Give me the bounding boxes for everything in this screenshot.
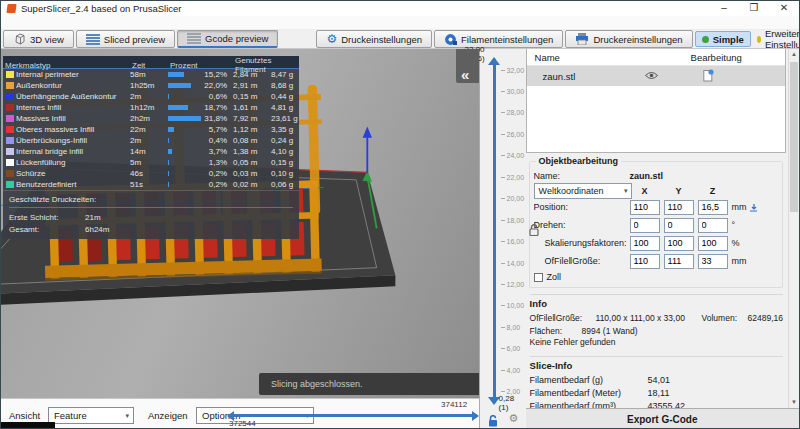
feature-label: Überhängende Außenkontur	[16, 92, 130, 101]
ruler-tick: 6,00	[501, 345, 525, 353]
view-select[interactable]: Feature ▾	[48, 407, 134, 424]
tab-sliced-preview[interactable]: Sliced preview	[76, 30, 175, 48]
slice-info-label: Filamentbedarf (g)	[530, 375, 648, 385]
slice-info-row: Filamentbedarf (Meter) 18,11	[530, 386, 783, 399]
size-z-field[interactable]	[698, 254, 728, 269]
legend-header: Merkmalstyp Zeit Prozent Genutztes Filam…	[3, 56, 299, 69]
tab-filament-settings[interactable]: Filamenteinstellungen	[434, 30, 563, 48]
scroll-down-icon[interactable]: ▼	[789, 397, 799, 408]
ruler-tick: 10,00	[501, 302, 525, 310]
scale-z-field[interactable]	[698, 236, 728, 251]
collapse-panel-button[interactable]: » «	[456, 49, 479, 83]
menubar	[1, 16, 799, 30]
drop-to-bed-icon[interactable]	[749, 203, 758, 212]
menu-item[interactable]	[97, 16, 113, 30]
tab-gcode-preview[interactable]: Gcode preview	[177, 30, 278, 48]
position-x-field[interactable]	[630, 200, 660, 215]
ruler-tick: 16,00	[501, 238, 525, 246]
menu-item[interactable]	[113, 16, 129, 30]
unit-label: mm	[732, 256, 758, 266]
scale-label: Skalierungsfaktoren:	[534, 238, 626, 248]
object-list-row[interactable]: zaun.stl	[527, 66, 785, 86]
notification-bar: Slicing abgeschlossen. ✕	[259, 373, 479, 395]
menu-item[interactable]	[65, 16, 81, 30]
tab-3d-view[interactable]: 3D view	[3, 30, 74, 48]
tab-printer-settings[interactable]: Druckereinstellungen	[565, 30, 692, 48]
feature-bar	[168, 115, 201, 122]
close-button[interactable]: ✕	[769, 1, 799, 16]
maximize-button[interactable]: ❒	[739, 1, 769, 16]
menu-item[interactable]	[1, 16, 17, 30]
position-y-field[interactable]	[664, 200, 694, 215]
info-size-label: OfFile‖Größe:	[530, 313, 596, 323]
rotate-y-field[interactable]	[664, 218, 694, 233]
tick-label: 28,00	[507, 109, 525, 116]
feature-color-swatch	[6, 181, 14, 188]
tab-label: 3D view	[30, 34, 64, 45]
view-label: Ansicht	[9, 410, 40, 421]
feature-time: 14m	[130, 147, 168, 156]
mode-simple-button[interactable]: Simple	[695, 31, 751, 47]
lock-icon[interactable]	[488, 415, 498, 429]
feature-grams: 8,47 g	[271, 70, 299, 79]
ruler-tick: 28,00	[501, 109, 525, 117]
ruler-tick: 18,00	[501, 216, 525, 224]
scale-x-field[interactable]	[630, 236, 660, 251]
feature-time: 5m	[130, 158, 168, 167]
first-layer-value: 21m	[85, 213, 101, 222]
scrollbar-thumb[interactable]	[790, 62, 798, 212]
feature-grams: 4,10 g	[271, 147, 299, 156]
print-times: Geschätzte Druckzeiten: Erste Schicht:21…	[3, 190, 299, 239]
print-times-title: Geschätzte Druckzeiten:	[9, 193, 293, 208]
tab-print-settings[interactable]: ⚙ Druckeinstellungen	[316, 30, 432, 48]
feature-bar	[168, 137, 201, 144]
inches-checkbox[interactable]	[534, 273, 543, 282]
menu-item[interactable]	[17, 16, 33, 30]
menu-item[interactable]	[33, 16, 49, 30]
scale-lock-icon[interactable]	[529, 224, 539, 238]
coordinates-select[interactable]: Weltkoordinaten ▾	[534, 183, 632, 199]
3d-viewport[interactable]: Merkmalstyp Zeit Prozent Genutztes Filam…	[1, 49, 479, 398]
legend-row: Lückenfüllung 5m 1,3% 0,05 m 0,15 g	[3, 157, 299, 168]
inches-label: Zoll	[547, 272, 562, 282]
object-manipulation-group: Objektbearbeitung Name: zaun.stl Weltkoo…	[529, 161, 783, 288]
export-gcode-button[interactable]: Export G-Code	[526, 408, 799, 429]
slider-gear-icon[interactable]: ⚙	[509, 412, 519, 425]
minimize-button[interactable]: –	[709, 1, 739, 16]
edit-object-icon[interactable]	[703, 69, 714, 84]
feature-meters: 0,02 m	[233, 180, 271, 189]
feature-percent: 0,2%	[201, 180, 233, 189]
feature-percent: 0,4%	[201, 136, 233, 145]
scale-y-field[interactable]	[664, 236, 694, 251]
slice-info-title: Slice-Info	[530, 360, 783, 371]
tick-dash	[501, 220, 505, 221]
tick-label: 24,00	[507, 152, 525, 159]
tab-label: Druckereinstellungen	[593, 34, 682, 45]
size-y-field[interactable]	[664, 254, 694, 269]
feature-color-swatch	[6, 148, 14, 155]
mode-advanced-button[interactable]: Erweiterte Einstellungen	[751, 31, 800, 47]
tick-dash	[501, 241, 505, 242]
mode-label: Simple	[713, 34, 744, 45]
chevron-left-icon: «	[461, 66, 469, 83]
menu-item[interactable]	[49, 16, 65, 30]
hslider-current-value: 372544	[229, 419, 256, 428]
rotate-z-field[interactable]	[698, 218, 728, 233]
position-z-field[interactable]	[698, 200, 728, 215]
tick-label: 12,00	[507, 281, 525, 288]
rotate-x-field[interactable]	[630, 218, 660, 233]
feature-legend: Merkmalstyp Zeit Prozent Genutztes Filam…	[3, 56, 299, 239]
feature-bar	[168, 71, 201, 78]
feature-percent: 3,7%	[201, 147, 233, 156]
layer-slider-track[interactable]	[493, 59, 496, 403]
object-name: zaun.stl	[527, 71, 576, 82]
eye-icon[interactable]	[645, 71, 658, 82]
panel-scrollbar[interactable]: ▲ ▼	[788, 49, 799, 408]
notification-text: Slicing abgeschlossen.	[259, 379, 363, 389]
feature-meters: 7,92 m	[233, 114, 271, 123]
menu-item[interactable]	[81, 16, 97, 30]
tick-label: 20,00	[507, 195, 525, 202]
horizontal-move-slider[interactable]	[229, 414, 477, 417]
scroll-up-icon[interactable]: ▲	[789, 49, 799, 60]
size-x-field[interactable]	[630, 254, 660, 269]
